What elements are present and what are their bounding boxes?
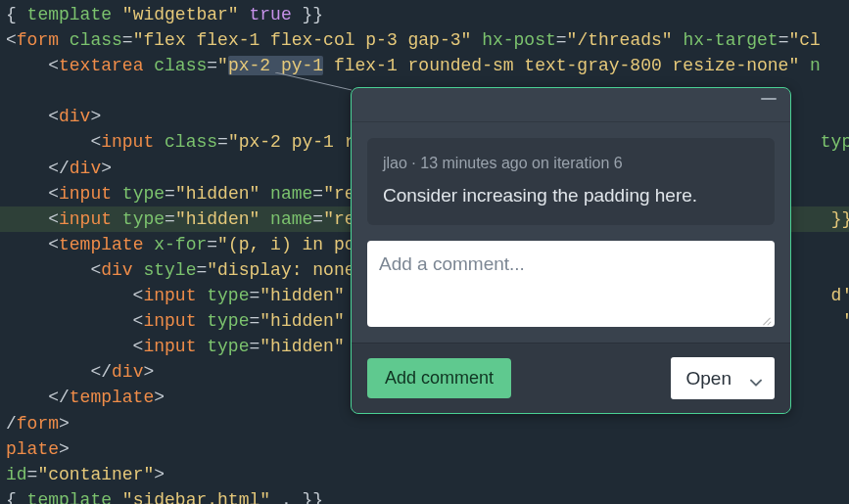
code-line[interactable]: { template "sidebar.html" . }} bbox=[0, 487, 849, 504]
code-line[interactable]: id="container"> bbox=[0, 462, 849, 487]
code-line[interactable]: { template "widgetbar" true }} bbox=[0, 2, 849, 27]
comment-author: jlao bbox=[383, 155, 407, 171]
add-comment-button[interactable]: Add comment bbox=[367, 358, 511, 398]
popover-header bbox=[352, 88, 790, 122]
new-comment-placeholder: Add a comment... bbox=[379, 253, 525, 274]
new-comment-input[interactable]: Add a comment... bbox=[367, 241, 775, 327]
minimize-icon[interactable] bbox=[761, 98, 777, 100]
comment-body: Consider increasing the padding here. bbox=[383, 182, 759, 209]
chevron-down-icon bbox=[749, 370, 763, 384]
code-line[interactable]: /form> bbox=[0, 411, 849, 436]
existing-comment: jlao · 13 minutes ago on iteration 6 Con… bbox=[367, 138, 775, 225]
comment-meta: jlao · 13 minutes ago on iteration 6 bbox=[383, 152, 759, 174]
comment-context: on iteration 6 bbox=[532, 155, 623, 171]
code-line[interactable]: <textarea class="px-2 py-1 flex-1 rounde… bbox=[0, 53, 849, 78]
popover-footer: Add comment Open bbox=[352, 343, 790, 414]
code-line[interactable]: plate> bbox=[0, 436, 849, 462]
comment-timestamp: 13 minutes ago bbox=[420, 155, 527, 171]
resize-handle-icon[interactable] bbox=[760, 313, 772, 325]
inline-comment-popover: jlao · 13 minutes ago on iteration 6 Con… bbox=[351, 87, 791, 414]
code-line[interactable]: <form class="flex flex-1 flex-col p-3 ga… bbox=[0, 27, 849, 53]
state-select-label: Open bbox=[686, 368, 731, 389]
state-select[interactable]: Open bbox=[671, 357, 775, 400]
